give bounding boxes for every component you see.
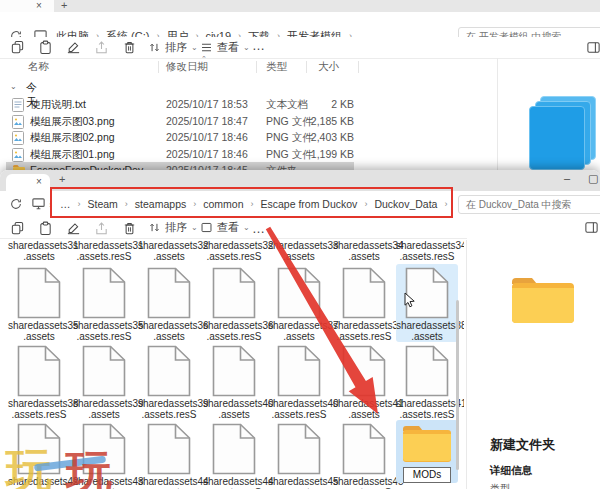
table-row[interactable]: 模组展示图01.png2025/10/17 18:46PNG 文件1,199 K… <box>0 146 497 163</box>
grid-item-file[interactable]: sharedassets37.assets.resS <box>333 264 395 342</box>
grid-item-file[interactable]: sharedassets33.assets <box>268 240 330 262</box>
table-row[interactable]: 模组展示图03.png2025/10/17 18:47PNG 文件2,185 K… <box>0 113 497 130</box>
label-line1: sharedassets41 <box>396 398 458 409</box>
grid-item-file[interactable]: sharedassets44.assets.resS <box>203 420 265 489</box>
grid-item-file[interactable]: sharedassets35.assets.resS <box>73 264 135 342</box>
grid-item-file[interactable]: sharedassets44.assets <box>138 420 200 489</box>
details-pane-icon[interactable] <box>586 40 600 56</box>
grid-item-file[interactable]: sharedassets32.assets.resS <box>203 240 265 262</box>
file-date: 2025/10/17 18:46 <box>166 148 248 160</box>
file-size: 1,199 KB <box>296 148 354 160</box>
chevron-down-icon[interactable]: ⌄ <box>10 82 17 91</box>
view-button[interactable]: 查看 ⌄ <box>200 40 250 55</box>
grid-item-file[interactable]: sharedassets37.assets <box>268 264 330 342</box>
label-line2: .assets <box>138 331 200 342</box>
label-line1: sharedassets32 <box>203 240 265 251</box>
label-line2: .assets <box>138 251 200 262</box>
column-header-2[interactable]: 修改日期 <box>166 60 208 74</box>
close-tab-icon[interactable]: × <box>36 0 42 12</box>
rename-icon[interactable] <box>66 221 82 237</box>
minimize-button[interactable]: – <box>564 172 570 184</box>
grid-item-file[interactable]: sharedassets34.assets <box>333 240 395 262</box>
column-header-row: ⌃ 名称修改日期类型大小 <box>0 58 497 76</box>
grid-item-file[interactable]: sharedassets36.assets.resS <box>203 264 265 342</box>
paste-icon[interactable] <box>38 40 54 56</box>
file-icon <box>138 423 200 475</box>
grid-item-file[interactable]: sharedassets45.assets.resS <box>333 420 395 489</box>
delete-icon[interactable] <box>122 221 138 237</box>
maximize-button[interactable]: ▢ <box>588 172 598 185</box>
details-pane-icon[interactable] <box>584 220 600 236</box>
paste-icon[interactable] <box>38 221 54 237</box>
folder-icon <box>396 423 458 465</box>
rename-icon[interactable] <box>66 40 82 56</box>
more-options-button[interactable]: … <box>252 38 266 53</box>
search-input[interactable]: 在 Duckov_Data 中搜索 <box>458 195 600 214</box>
label-line1: sharedassets31 <box>73 240 135 251</box>
file-date: 2025/10/17 18:46 <box>166 131 248 143</box>
grid-item-file[interactable]: sharedassets40.assets <box>203 342 265 420</box>
grid-item-file[interactable]: sharedassets41.assets.resS <box>396 342 458 420</box>
grid-item-label: sharedassets41.assets.resS <box>396 398 458 420</box>
grid-item-label: sharedassets45.assets <box>268 476 330 489</box>
share-icon[interactable] <box>94 221 110 237</box>
table-row[interactable]: 使用说明.txt2025/10/17 18:53文本文档2 KB <box>0 96 497 113</box>
annotation-red-rectangle <box>50 187 453 218</box>
explorer-window-top: × + 此电脑›系统 (C:)›用户›cjy19›下载›开发者模组› 在 开发者… <box>0 0 600 172</box>
grid-item-folder[interactable]: MODs <box>396 420 458 483</box>
close-tab-icon[interactable]: × <box>36 176 42 188</box>
label-line1: sharedassets36 <box>138 320 200 331</box>
label-line1: sharedassets38 <box>8 398 70 409</box>
grid-item-file[interactable]: sharedassets39.assets.resS <box>138 342 200 420</box>
file-size: 2,185 KB <box>296 115 354 127</box>
column-header-4[interactable]: 大小 <box>318 60 339 74</box>
grid-item-file[interactable]: sharedassets39.assets <box>73 342 135 420</box>
grid-item-file[interactable]: sharedassets34.assets.resS <box>396 240 458 262</box>
column-separator <box>306 61 307 73</box>
column-separator <box>256 61 257 73</box>
file-icon <box>333 345 395 397</box>
this-pc-icon[interactable] <box>31 196 46 215</box>
grid-item-label: sharedassets44.assets <box>138 476 200 489</box>
sort-button[interactable]: 排序 ⌄ <box>148 220 198 235</box>
grid-item-file[interactable]: sharedassets38.assets.resS <box>8 342 70 420</box>
grid-item-file[interactable]: sharedassets45.assets <box>268 420 330 489</box>
preview-pane-divider <box>497 58 498 172</box>
rename-input[interactable]: MODs <box>403 467 451 483</box>
active-tab[interactable]: × <box>6 174 50 191</box>
file-date: 2025/10/17 18:47 <box>166 115 248 127</box>
delete-icon[interactable] <box>122 40 138 56</box>
grid-item-file[interactable]: sharedassets32.assets <box>138 240 200 262</box>
label-line2: .assets.resS <box>396 409 458 420</box>
active-tab[interactable]: × <box>0 0 54 12</box>
sort-button[interactable]: 排序 ⌄ <box>148 40 198 55</box>
table-row[interactable]: 模组展示图02.png2025/10/17 18:46PNG 文件2,403 K… <box>0 129 497 146</box>
view-icon <box>200 41 213 54</box>
details-title: 新建文件夹 <box>490 436 555 454</box>
chevron-down-icon: ⌄ <box>243 223 250 232</box>
label-line2: .assets <box>396 331 458 342</box>
grid-item-label: sharedassets44.assets.resS <box>203 476 265 489</box>
new-tab-icon[interactable]: + <box>61 0 67 11</box>
more-options-button[interactable]: … <box>252 221 266 236</box>
copy-icon[interactable] <box>10 40 26 56</box>
column-header-1[interactable]: 名称 <box>28 60 49 74</box>
refresh-icon[interactable] <box>9 197 23 215</box>
grid-item-file[interactable]: sharedassets36.assets <box>138 264 200 342</box>
grid-item-label: sharedassets38.assets <box>396 320 458 342</box>
vertical-scrollbar[interactable] <box>456 300 459 470</box>
details-pane: 新建文件夹 详细信息 类型文件位置F:\Steam\steamapps\c修改日… <box>467 238 600 489</box>
share-icon[interactable] <box>94 40 110 56</box>
grid-item-file[interactable]: sharedassets31.assets <box>8 240 70 262</box>
grid-item-file[interactable]: sharedassets31.assets.resS <box>73 240 135 262</box>
view-button[interactable]: 查看 ⌄ <box>200 220 250 235</box>
copy-icon[interactable] <box>10 221 26 237</box>
label-line1: sharedassets38 <box>396 320 458 331</box>
grid-item-file[interactable]: sharedassets35.assets <box>8 264 70 342</box>
file-icon <box>203 345 265 397</box>
column-separator <box>358 61 359 73</box>
column-header-3[interactable]: 类型 <box>266 60 287 74</box>
new-tab-icon[interactable]: + <box>59 173 65 185</box>
grid-item-file[interactable]: sharedassets40.assets.resS <box>268 342 330 420</box>
grid-item-file[interactable]: sharedassets41.assets <box>333 342 395 420</box>
